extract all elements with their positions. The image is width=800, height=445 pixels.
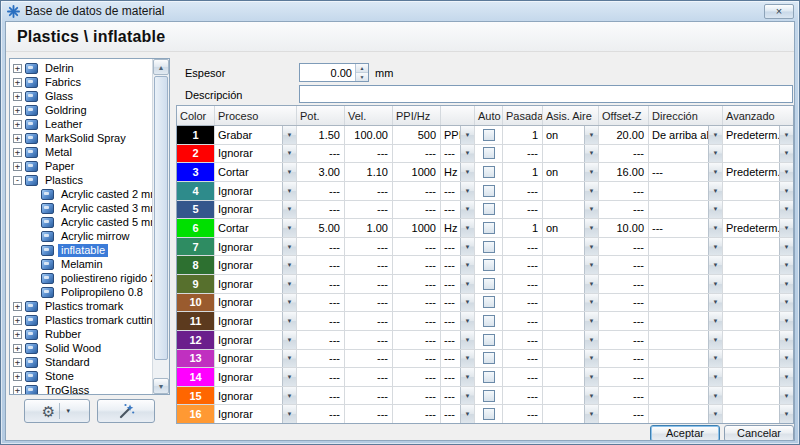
tree-item-stone[interactable]: +Stone [10, 369, 152, 383]
dropdown-arrow-icon[interactable]: ▼ [584, 219, 598, 237]
tree-item-glass[interactable]: +Glass [10, 89, 152, 103]
dropdown-arrow-icon[interactable]: ▼ [708, 182, 722, 200]
spin-up-icon[interactable]: ▲ [356, 64, 368, 73]
scroll-down-icon[interactable]: ▼ [153, 378, 169, 394]
dropdown-arrow-icon[interactable]: ▼ [460, 294, 474, 312]
direccion-dropdown[interactable]: De arriba ab...▼ [649, 126, 723, 144]
ppihz-value[interactable]: 500 [393, 126, 441, 144]
pasadas-value[interactable]: --- [503, 387, 543, 405]
vel-value[interactable]: --- [345, 368, 393, 386]
offset-z-value[interactable]: 20.00 [599, 126, 649, 144]
unit-dropdown[interactable]: ---▼ [441, 331, 475, 349]
pasadas-value[interactable]: --- [503, 350, 543, 368]
asis-aire-dropdown[interactable]: ▼ [543, 238, 599, 256]
auto-checkbox[interactable] [483, 390, 495, 402]
tree-item-standard[interactable]: +Standard [10, 355, 152, 369]
ppihz-value[interactable]: 1000 [393, 219, 441, 237]
offset-z-value[interactable]: --- [599, 238, 649, 256]
pasadas-value[interactable]: --- [503, 256, 543, 274]
dropdown-arrow-icon[interactable]: ▼ [779, 201, 793, 219]
dropdown-arrow-icon[interactable]: ▼ [779, 126, 793, 144]
vel-value[interactable]: --- [345, 145, 393, 163]
expand-icon[interactable]: + [13, 78, 22, 87]
pasadas-value[interactable]: --- [503, 238, 543, 256]
avanzado-dropdown[interactable]: ▼ [723, 312, 793, 330]
dropdown-arrow-icon[interactable]: ▼ [779, 182, 793, 200]
tree-item-acrylic-mirrow[interactable]: Acrylic mirrow [10, 229, 152, 243]
color-cell[interactable]: 4 [177, 182, 215, 200]
pasadas-value[interactable]: --- [503, 405, 543, 423]
offset-z-value[interactable]: --- [599, 405, 649, 423]
offset-z-value[interactable]: 16.00 [599, 163, 649, 181]
pot-value[interactable]: --- [297, 182, 345, 200]
tree-item-melamin[interactable]: Melamin [10, 257, 152, 271]
unit-dropdown[interactable]: Hz▼ [441, 219, 475, 237]
dropdown-arrow-icon[interactable]: ▼ [708, 350, 722, 368]
titlebar[interactable]: Base de datos de material × [1, 1, 799, 21]
tree-item-metal[interactable]: +Metal [10, 145, 152, 159]
dropdown-arrow-icon[interactable]: ▼ [584, 256, 598, 274]
avanzado-dropdown[interactable]: Predeterm...▼ [723, 126, 793, 144]
ppihz-value[interactable]: --- [393, 368, 441, 386]
asis-aire-dropdown[interactable]: ▼ [543, 387, 599, 405]
dropdown-arrow-icon[interactable]: ▼ [460, 387, 474, 405]
vel-value[interactable]: --- [345, 201, 393, 219]
offset-z-value[interactable]: 10.00 [599, 219, 649, 237]
unit-dropdown[interactable]: ---▼ [441, 294, 475, 312]
vel-value[interactable]: --- [345, 182, 393, 200]
tree-item-rubber[interactable]: +Rubber [10, 327, 152, 341]
asis-aire-dropdown[interactable]: ▼ [543, 368, 599, 386]
avanzado-dropdown[interactable]: ▼ [723, 182, 793, 200]
expand-icon[interactable]: + [13, 162, 22, 171]
color-cell[interactable]: 8 [177, 256, 215, 274]
ppihz-value[interactable]: 1000 [393, 163, 441, 181]
dropdown-arrow-icon[interactable]: ▼ [460, 219, 474, 237]
proceso-dropdown[interactable]: Ignorar▼ [215, 350, 297, 368]
vel-value[interactable]: --- [345, 405, 393, 423]
unit-dropdown[interactable]: PPI▼ [441, 126, 475, 144]
unit-dropdown[interactable]: ---▼ [441, 405, 475, 423]
direccion-dropdown[interactable]: ▼ [649, 294, 723, 312]
dropdown-arrow-icon[interactable]: ▼ [708, 331, 722, 349]
dropdown-arrow-icon[interactable]: ▼ [282, 275, 296, 293]
unit-dropdown[interactable]: ---▼ [441, 350, 475, 368]
scrollbar-thumb[interactable] [154, 76, 168, 360]
color-cell[interactable]: 11 [177, 312, 215, 330]
dropdown-arrow-icon[interactable]: ▼ [779, 312, 793, 330]
pasadas-value[interactable]: --- [503, 201, 543, 219]
dropdown-arrow-icon[interactable]: ▼ [460, 201, 474, 219]
pot-value[interactable]: --- [297, 368, 345, 386]
direccion-dropdown[interactable]: ▼ [649, 387, 723, 405]
dropdown-arrow-icon[interactable]: ▼ [282, 163, 296, 181]
dropdown-arrow-icon[interactable]: ▼ [460, 275, 474, 293]
proceso-dropdown[interactable]: Cortar▼ [215, 219, 297, 237]
dropdown-arrow-icon[interactable]: ▼ [779, 294, 793, 312]
color-cell[interactable]: 14 [177, 368, 215, 386]
dropdown-arrow-icon[interactable]: ▼ [282, 331, 296, 349]
dropdown-arrow-icon[interactable]: ▼ [708, 238, 722, 256]
pot-value[interactable]: --- [297, 312, 345, 330]
pasadas-value[interactable]: --- [503, 275, 543, 293]
dropdown-arrow-icon[interactable]: ▼ [708, 312, 722, 330]
dropdown-arrow-icon[interactable]: ▼ [584, 182, 598, 200]
vel-value[interactable]: 1.10 [345, 163, 393, 181]
descripcion-input[interactable] [299, 85, 793, 103]
chevron-down-icon[interactable]: ▼ [59, 403, 76, 419]
proceso-dropdown[interactable]: Ignorar▼ [215, 256, 297, 274]
auto-checkbox[interactable] [483, 166, 495, 178]
pot-value[interactable]: 3.00 [297, 163, 345, 181]
color-cell[interactable]: 12 [177, 331, 215, 349]
tree-item-marksolid-spray[interactable]: +MarkSolid Spray [10, 131, 152, 145]
dropdown-arrow-icon[interactable]: ▼ [779, 331, 793, 349]
dropdown-arrow-icon[interactable]: ▼ [460, 163, 474, 181]
color-cell[interactable]: 13 [177, 350, 215, 368]
unit-dropdown[interactable]: ---▼ [441, 387, 475, 405]
dropdown-arrow-icon[interactable]: ▼ [708, 405, 722, 423]
dropdown-arrow-icon[interactable]: ▼ [584, 294, 598, 312]
dropdown-arrow-icon[interactable]: ▼ [460, 312, 474, 330]
dropdown-arrow-icon[interactable]: ▼ [779, 238, 793, 256]
avanzado-dropdown[interactable]: ▼ [723, 405, 793, 423]
vel-value[interactable]: --- [345, 238, 393, 256]
pot-value[interactable]: --- [297, 238, 345, 256]
dropdown-arrow-icon[interactable]: ▼ [282, 182, 296, 200]
